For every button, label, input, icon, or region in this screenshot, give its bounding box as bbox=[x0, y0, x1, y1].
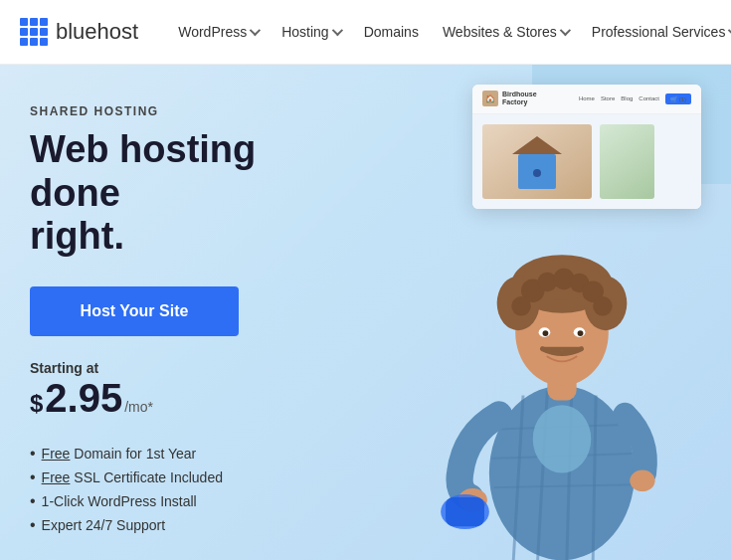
hero-section: SHARED HOSTING Web hosting done right. H… bbox=[0, 65, 731, 560]
pricing-amount: $ 2.95 /mo* bbox=[30, 376, 348, 421]
nav-item-wordpress[interactable]: WordPress bbox=[168, 16, 268, 48]
pricing-label: Starting at bbox=[30, 360, 348, 376]
feature-item-wordpress: 1-Click WordPress Install bbox=[30, 492, 348, 510]
free-ssl-link[interactable]: Free bbox=[42, 469, 71, 485]
free-domain-link[interactable]: Free bbox=[42, 446, 71, 462]
svg-point-20 bbox=[511, 296, 531, 316]
website-card-logo: 🏠 Birdhouse Factory bbox=[482, 91, 537, 107]
svg-point-27 bbox=[630, 470, 654, 491]
website-card-mockup: 🏠 Birdhouse Factory Home Store Blog Cont… bbox=[472, 85, 701, 209]
chevron-down-icon bbox=[250, 25, 261, 36]
feature-item-ssl: Free SSL Certificate Included bbox=[30, 468, 348, 486]
hero-label: SHARED HOSTING bbox=[30, 104, 348, 118]
svg-point-8 bbox=[533, 405, 592, 472]
nav-item-websites[interactable]: Websites & Stores bbox=[433, 16, 578, 48]
feature-item-domain: Free Domain for 1st Year bbox=[30, 445, 348, 463]
website-card-brand-name: Birdhouse Factory bbox=[502, 91, 537, 107]
host-your-site-button[interactable]: Host Your Site bbox=[30, 286, 239, 336]
pricing-block: Starting at $ 2.95 /mo* bbox=[30, 360, 348, 421]
nav-store: Store bbox=[601, 95, 615, 101]
svg-point-24 bbox=[543, 330, 549, 336]
nav-home: Home bbox=[579, 95, 595, 101]
nav-item-hosting[interactable]: Hosting bbox=[272, 16, 349, 48]
price-number: 2.95 bbox=[45, 376, 122, 421]
nav-item-professional-services[interactable]: Professional Services bbox=[582, 16, 731, 48]
product-image-main bbox=[482, 124, 592, 199]
price-dollar: $ bbox=[30, 390, 43, 418]
logo-text: bluehost bbox=[56, 19, 138, 45]
feature-item-support: Expert 24/7 Support bbox=[30, 516, 348, 534]
svg-point-25 bbox=[578, 330, 584, 336]
main-nav: WordPress Hosting Domains Websites & Sto… bbox=[168, 16, 731, 48]
hero-person-illustration bbox=[433, 182, 691, 560]
svg-point-21 bbox=[593, 296, 613, 316]
birdhouse-illustration bbox=[512, 134, 562, 189]
website-card-body bbox=[472, 114, 701, 209]
header: bluehost WordPress Hosting Domains Websi… bbox=[0, 0, 731, 65]
cart-icon: 🛒 (1) bbox=[665, 93, 691, 104]
website-card-nav: Home Store Blog Contact 🛒 (1) bbox=[579, 93, 691, 104]
birdhouse-logo-icon: 🏠 bbox=[482, 91, 498, 106]
chevron-down-icon bbox=[560, 25, 571, 36]
product-image-side bbox=[600, 124, 654, 199]
logo-grid-icon bbox=[20, 18, 48, 46]
nav-item-domains[interactable]: Domains bbox=[354, 16, 429, 48]
features-list: Free Domain for 1st Year Free SSL Certif… bbox=[30, 445, 348, 534]
chevron-down-icon bbox=[331, 25, 342, 36]
hero-content: SHARED HOSTING Web hosting done right. H… bbox=[30, 104, 348, 534]
logo[interactable]: bluehost bbox=[20, 18, 138, 46]
nav-blog: Blog bbox=[621, 95, 633, 101]
nav-contact: Contact bbox=[639, 95, 659, 101]
svg-rect-29 bbox=[446, 497, 484, 526]
hero-title: Web hosting done right. bbox=[30, 128, 348, 259]
website-card-bar: 🏠 Birdhouse Factory Home Store Blog Cont… bbox=[472, 85, 701, 114]
price-suffix: /mo* bbox=[124, 399, 153, 415]
